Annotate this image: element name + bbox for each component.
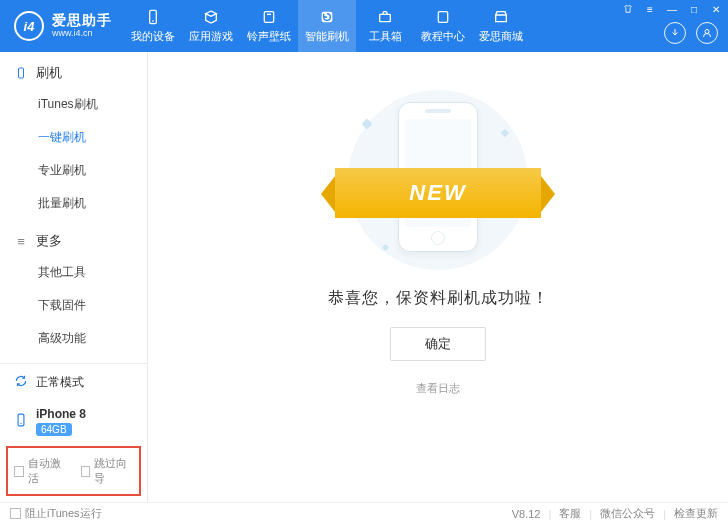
nav-flash[interactable]: 智能刷机 [298, 0, 356, 52]
version-label: V8.12 [512, 508, 541, 520]
nav-label: 爱思商城 [479, 29, 523, 44]
checkbox-label: 自动激活 [28, 456, 67, 486]
section-title: 更多 [36, 232, 62, 250]
support-link[interactable]: 客服 [559, 506, 581, 521]
toolbox-icon [376, 8, 394, 26]
checkbox-icon [10, 508, 21, 519]
section-title: 刷机 [36, 64, 62, 82]
svg-rect-8 [19, 68, 24, 78]
minimize-icon[interactable]: — [664, 2, 680, 16]
nav-label: 教程中心 [421, 29, 465, 44]
svg-rect-2 [264, 12, 273, 23]
logo: i4 爱思助手 www.i4.cn [0, 11, 124, 41]
tshirt-icon[interactable] [620, 2, 636, 16]
phone-icon [144, 8, 162, 26]
success-illustration: NEW [323, 90, 553, 270]
status-label: 正常模式 [36, 374, 84, 391]
nav-my-device[interactable]: 我的设备 [124, 0, 182, 52]
app-header: i4 爱思助手 www.i4.cn 我的设备 应用游戏 铃声壁纸 智能刷机 工具… [0, 0, 728, 52]
window-controls: ≡ — □ ✕ [620, 2, 724, 16]
svg-rect-5 [380, 14, 391, 21]
new-ribbon: NEW [335, 168, 541, 218]
svg-rect-6 [438, 12, 447, 23]
nav-label: 铃声壁纸 [247, 29, 291, 44]
app-subtitle: www.i4.cn [52, 29, 112, 39]
nav-tutorials[interactable]: 教程中心 [414, 0, 472, 52]
phone-outline-icon [14, 66, 28, 80]
logo-icon: i4 [14, 11, 44, 41]
wechat-link[interactable]: 微信公众号 [600, 506, 655, 521]
main-nav: 我的设备 应用游戏 铃声壁纸 智能刷机 工具箱 教程中心 爱思商城 [124, 0, 530, 52]
refresh-icon [318, 8, 336, 26]
sidebar-item-itunes-flash[interactable]: iTunes刷机 [0, 88, 147, 121]
status-bar: 阻止iTunes运行 V8.12 | 客服 | 微信公众号 | 检查更新 [0, 502, 728, 524]
ok-button[interactable]: 确定 [390, 327, 486, 361]
svg-point-7 [705, 30, 709, 34]
main-content: NEW 恭喜您，保资料刷机成功啦！ 确定 查看日志 [148, 52, 728, 502]
device-phone-icon [14, 411, 28, 432]
sidebar-item-pro-flash[interactable]: 专业刷机 [0, 154, 147, 187]
check-update-link[interactable]: 检查更新 [674, 506, 718, 521]
sidebar: 刷机 iTunes刷机 一键刷机 专业刷机 批量刷机 ≡ 更多 其他工具 下载固… [0, 52, 148, 502]
nav-label: 工具箱 [369, 29, 402, 44]
book-icon [434, 8, 452, 26]
highlighted-checkbox-group: 自动激活 跳过向导 [6, 446, 141, 496]
list-icon: ≡ [14, 234, 28, 249]
nav-ringtones[interactable]: 铃声壁纸 [240, 0, 298, 52]
checkbox-icon [81, 466, 91, 477]
app-title: 爱思助手 [52, 13, 112, 28]
menu-icon[interactable]: ≡ [642, 2, 658, 16]
checkbox-label: 阻止iTunes运行 [25, 506, 102, 521]
nav-store[interactable]: 爱思商城 [472, 0, 530, 52]
nav-label: 应用游戏 [189, 29, 233, 44]
checkbox-block-itunes[interactable]: 阻止iTunes运行 [10, 506, 102, 521]
svg-rect-9 [18, 414, 24, 426]
nav-label: 智能刷机 [305, 29, 349, 44]
sidebar-item-other-tools[interactable]: 其他工具 [0, 256, 147, 289]
sidebar-item-batch-flash[interactable]: 批量刷机 [0, 187, 147, 220]
sidebar-section-flash: 刷机 [0, 52, 147, 88]
sidebar-item-oneclick-flash[interactable]: 一键刷机 [0, 121, 147, 154]
device-name: iPhone 8 [36, 407, 86, 421]
nav-label: 我的设备 [131, 29, 175, 44]
sidebar-section-more: ≡ 更多 [0, 220, 147, 256]
device-mode-status[interactable]: 正常模式 [0, 364, 147, 401]
success-message: 恭喜您，保资料刷机成功啦！ [328, 288, 549, 309]
header-right [664, 22, 718, 44]
view-log-link[interactable]: 查看日志 [416, 381, 460, 396]
apps-icon [202, 8, 220, 26]
store-icon [492, 8, 510, 26]
logo-text: 爱思助手 www.i4.cn [52, 13, 112, 38]
svg-rect-0 [150, 10, 157, 23]
close-icon[interactable]: ✕ [708, 2, 724, 16]
device-capacity-badge: 64GB [36, 423, 72, 436]
checkbox-auto-activate[interactable]: 自动激活 [14, 456, 67, 486]
nav-toolbox[interactable]: 工具箱 [356, 0, 414, 52]
user-button[interactable] [696, 22, 718, 44]
maximize-icon[interactable]: □ [686, 2, 702, 16]
music-icon [260, 8, 278, 26]
checkbox-icon [14, 466, 24, 477]
sidebar-item-advanced[interactable]: 高级功能 [0, 322, 147, 355]
checkbox-skip-wizard[interactable]: 跳过向导 [81, 456, 134, 486]
device-info[interactable]: iPhone 8 64GB [0, 401, 147, 446]
download-button[interactable] [664, 22, 686, 44]
checkbox-label: 跳过向导 [94, 456, 133, 486]
nav-apps[interactable]: 应用游戏 [182, 0, 240, 52]
sync-icon [14, 374, 28, 391]
sidebar-item-download-firmware[interactable]: 下载固件 [0, 289, 147, 322]
